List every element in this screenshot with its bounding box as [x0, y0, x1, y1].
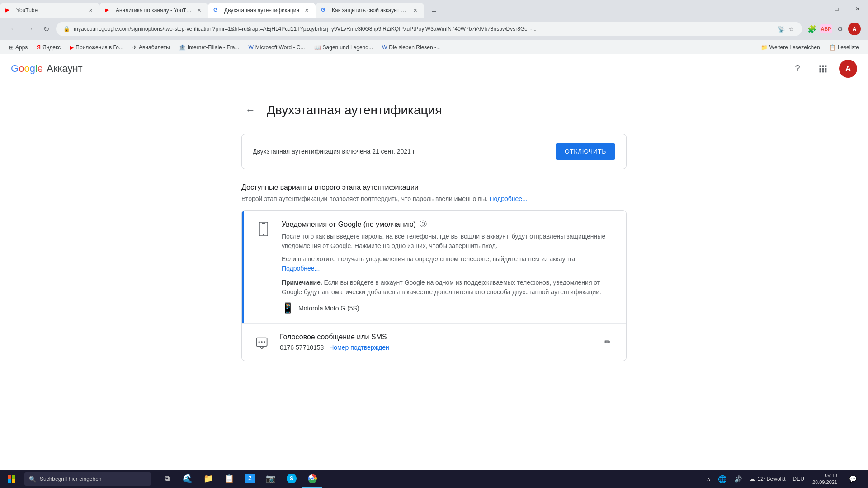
url-text: myaccount.google.com/signinoptions/two-s… [74, 26, 774, 32]
bookmark-riesen[interactable]: W Die sieben Riesen -... [378, 42, 444, 53]
disable-button[interactable]: ОТКЛЮЧИТЬ [556, 143, 615, 160]
protect-tab-close[interactable]: ✕ [411, 7, 419, 14]
tab-protect[interactable]: G Как защитить свой аккаунт с п... ✕ [316, 3, 424, 18]
svg-rect-18 [8, 479, 11, 483]
analytics-tab-close[interactable]: ✕ [195, 7, 203, 14]
taskbar-chrome[interactable] [302, 470, 322, 488]
minimize-button[interactable]: ─ [806, 0, 826, 18]
bookmark-apps[interactable]: ⊞ Apps [5, 42, 31, 53]
apps-bookmark-icon: ⊞ [9, 44, 14, 51]
reload-button[interactable]: ↻ [40, 23, 52, 35]
lock-icon: 🔒 [63, 26, 70, 32]
bookmark-word[interactable]: W Microsoft Word - C... [245, 42, 308, 53]
bookmark-bank[interactable]: 🏦 Internet-Filiale - Fra... [175, 42, 243, 53]
svg-rect-4 [822, 68, 824, 70]
svg-point-13 [258, 341, 260, 343]
section-desc-link[interactable]: Подробнее... [489, 195, 527, 202]
taskbar-divider [155, 474, 155, 484]
user-avatar[interactable]: А [839, 60, 857, 78]
svg-rect-7 [822, 70, 824, 72]
maximize-button[interactable]: □ [826, 0, 847, 18]
weitere-lesezeichen[interactable]: 📁 Weitere Lesezeichen [757, 42, 824, 53]
section-desc: Второй этап аутентификации позволяет под… [241, 195, 627, 202]
weather-info[interactable]: ☁ 12° Bewölkt [746, 470, 788, 488]
back-button-page[interactable]: ← [241, 101, 259, 119]
taskbar-clipboard[interactable]: 📋 [219, 470, 239, 488]
bookmark-sagen-label: Sagen und Legend... [323, 44, 373, 51]
google-logo-text: Google [11, 63, 43, 75]
youtube-tab-title: YouTube [16, 7, 83, 14]
sagen-bookmark-icon: 📖 [314, 44, 321, 51]
protect-tab-title: Как защитить свой аккаунт с п... [332, 7, 408, 14]
taskbar-right: ∧ 🌐 🔊 ☁ 12° Bewölkt DEU 09:13 28.09.2021… [704, 470, 866, 488]
2fa-tab-close[interactable]: ✕ [303, 7, 310, 14]
google-prompt-desc1: После того как вы введете пароль, на все… [282, 232, 615, 251]
youtube-tab-close[interactable]: ✕ [87, 7, 94, 14]
tab-2fa[interactable]: G Двухэтапная аутентификация ✕ [208, 3, 316, 18]
close-button[interactable]: ✕ [847, 0, 868, 18]
taskbar-zoom[interactable]: Z [240, 470, 260, 488]
profile-avatar[interactable]: А [848, 23, 861, 35]
analytics-tab-title: Аналитика по каналу - YouTub... [116, 7, 192, 14]
sms-phone-number: 0176 57710153 [280, 344, 324, 351]
clipboard-icon: 📋 [224, 474, 234, 483]
tab-analytics[interactable]: ▶ Аналитика по каналу - YouTub... ✕ [99, 3, 208, 18]
apps2-bookmark-icon: ▶ [70, 44, 74, 51]
device-name: Motorola Moto G (5S) [298, 305, 359, 312]
language-indicator[interactable]: DEU [790, 470, 807, 488]
bookmark-flights-label: Авиабилеты [139, 44, 170, 51]
google-prompt-desc2: Если вы не хотите получать уведомления н… [282, 254, 615, 273]
leseliste[interactable]: 📋 Leseliste [826, 42, 863, 53]
taskbar-camera[interactable]: 📷 [261, 470, 281, 488]
bookmark-flights[interactable]: ✈ Авиабилеты [129, 42, 174, 53]
taskbar-skype[interactable]: S [282, 470, 302, 488]
yandex-bookmark-icon: Я [37, 44, 41, 51]
volume-icon[interactable]: 🔊 [731, 470, 745, 488]
svg-point-23 [311, 478, 314, 480]
bookmark-sagen[interactable]: 📖 Sagen und Legend... [311, 42, 377, 53]
system-tray-arrow[interactable]: ∧ [704, 470, 713, 488]
url-bar[interactable]: 🔒 myaccount.google.com/signinoptions/two… [56, 22, 802, 36]
more-extensions-icon[interactable]: ⚙ [834, 23, 846, 35]
abp-icon[interactable]: ABP [820, 24, 832, 33]
clock[interactable]: 09:13 28.09.2021 [809, 472, 841, 486]
back-button[interactable]: ← [7, 23, 20, 35]
google-prompt-help-icon[interactable]: ⓪ [420, 220, 427, 229]
bookmark-star-icon[interactable]: ☆ [788, 25, 795, 33]
extensions-icon[interactable]: 🧩 [806, 23, 818, 35]
bookmark-bank-label: Internet-Filiale - Fra... [188, 44, 240, 51]
forward-button[interactable]: → [24, 23, 36, 35]
section-desc-text: Второй этап аутентификации позволяет под… [241, 195, 488, 202]
sms-edit-button[interactable]: ✏ [599, 334, 615, 350]
new-tab-button[interactable]: + [428, 5, 440, 18]
cast-icon[interactable]: 📡 [778, 25, 785, 33]
tab-youtube[interactable]: ▶ YouTube ✕ [0, 3, 99, 18]
google-prompt-desc: После того как вы введете пароль, на все… [282, 232, 615, 297]
weather-temp: 12° [757, 476, 765, 482]
svg-rect-16 [8, 475, 11, 479]
verified-badge: Номер подтвержден [329, 344, 389, 351]
window-controls: ─ □ ✕ [806, 0, 868, 18]
taskview-button[interactable]: ⧉ [157, 470, 177, 488]
leseliste-icon: 📋 [829, 44, 836, 51]
apps-grid-icon[interactable] [814, 60, 832, 78]
taskbar-edge[interactable]: 🌊 [178, 470, 198, 488]
account-text: Аккаунт [47, 63, 83, 75]
bookmark-apps2[interactable]: ▶ Приложения в Го... [66, 42, 127, 53]
taskbar-search-box[interactable]: 🔍 Suchbegriff hier eingeben [24, 472, 151, 486]
leseliste-label: Leseliste [838, 44, 859, 51]
google-prompt-more-link[interactable]: Подробнее... [282, 265, 320, 272]
bookmark-yandex[interactable]: Я Яндекс [33, 42, 64, 53]
svg-rect-5 [825, 68, 826, 70]
bookmark-yandex-label: Яндекс [42, 44, 61, 51]
device-info: 📱 Motorola Moto G (5S) [282, 302, 615, 314]
tab-bar: ▶ YouTube ✕ ▶ Аналитика по каналу - YouT… [0, 0, 868, 18]
taskbar-explorer[interactable]: 📁 [198, 470, 218, 488]
phone-icon [255, 221, 273, 239]
notification-button[interactable]: 💬 [843, 470, 863, 488]
edge-icon: 🌊 [183, 474, 193, 483]
sms-content: Голосовое сообщение или SMS 0176 5771015… [280, 333, 590, 351]
start-button[interactable] [2, 470, 22, 488]
network-icon[interactable]: 🌐 [715, 470, 730, 488]
help-icon[interactable]: ? [788, 60, 807, 78]
